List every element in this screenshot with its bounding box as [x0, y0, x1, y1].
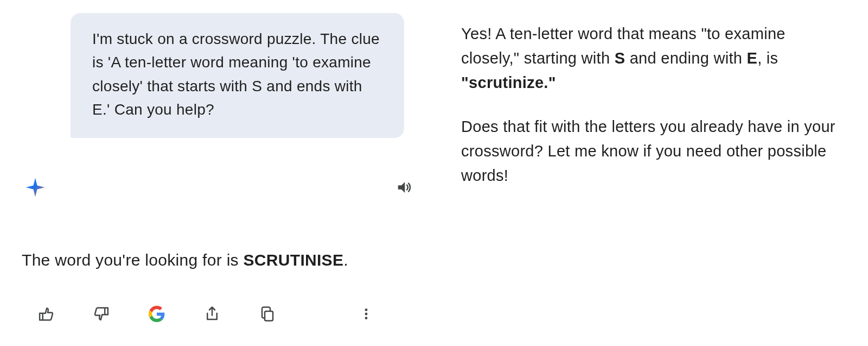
right-paragraph-1: Yes! A ten-letter word that means "to ex…: [461, 22, 841, 95]
svg-point-2: [365, 309, 368, 311]
answer-word: SCRUTINISE: [244, 251, 344, 269]
left-assistant-answer: The word you're looking for is SCRUTINIS…: [22, 248, 423, 272]
bold-letter-s: S: [615, 49, 626, 67]
bold-answer-word: "scrutinize.": [461, 74, 556, 91]
svg-rect-1: [265, 311, 273, 321]
svg-marker-0: [398, 182, 405, 193]
left-panel: I'm stuck on a crossword puzzle. The clu…: [0, 0, 445, 346]
answer-prefix: The word you're looking for is: [22, 251, 244, 269]
thumbs-up-button[interactable]: [38, 306, 54, 322]
assistant-header-row: [22, 176, 423, 199]
right-panel: Yes! A ten-letter word that means "to ex…: [445, 0, 868, 346]
right-paragraph-2: Does that fit with the letters you alrea…: [461, 115, 841, 188]
sparkle-icon: [24, 176, 47, 199]
more-options-button[interactable]: [358, 306, 374, 322]
share-button[interactable]: [204, 306, 220, 322]
text-fragment: , is: [757, 49, 778, 67]
answer-suffix: .: [343, 251, 348, 269]
text-fragment: and ending with: [625, 49, 746, 67]
bold-letter-e: E: [747, 49, 758, 67]
svg-point-3: [365, 312, 368, 315]
right-assistant-answer: Yes! A ten-letter word that means "to ex…: [461, 22, 841, 188]
svg-point-4: [365, 317, 368, 319]
app-container: I'm stuck on a crossword puzzle. The clu…: [0, 0, 868, 346]
thumbs-down-button[interactable]: [93, 306, 110, 322]
action-bar: [22, 306, 423, 322]
read-aloud-button[interactable]: [396, 179, 412, 196]
copy-button[interactable]: [259, 306, 276, 322]
user-message-bubble: I'm stuck on a crossword puzzle. The clu…: [71, 13, 404, 138]
google-search-button[interactable]: [149, 306, 165, 322]
user-message-text: I'm stuck on a crossword puzzle. The clu…: [92, 30, 380, 118]
